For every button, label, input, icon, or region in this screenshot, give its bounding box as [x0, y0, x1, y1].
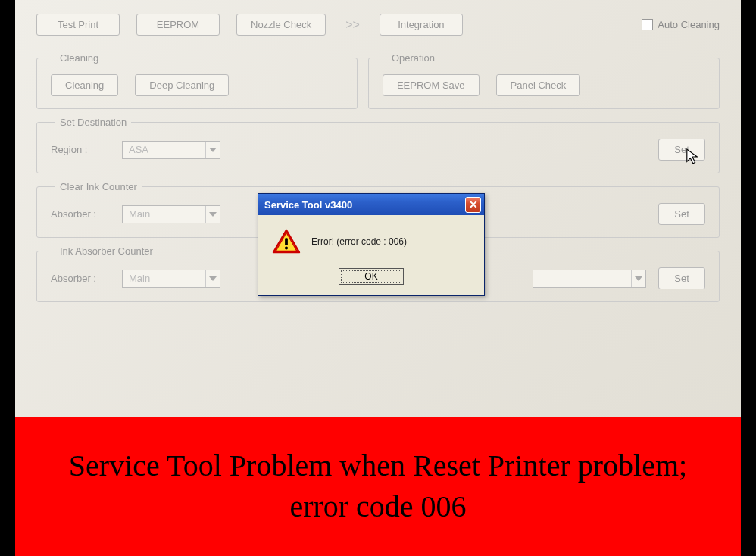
caption-banner: Service Tool Problem when Reset Printer …: [15, 417, 741, 556]
auto-cleaning-checkbox[interactable]: Auto Cleaning: [642, 19, 720, 30]
svg-rect-0: [285, 238, 288, 245]
close-button[interactable]: ✕: [465, 197, 481, 213]
caption-text: Service Tool Problem when Reset Printer …: [38, 445, 718, 527]
operation-group: Operation EEPROM Save Panel Check: [368, 52, 720, 109]
set-destination-button[interactable]: Set: [658, 139, 705, 161]
dialog-titlebar[interactable]: Service Tool v3400 ✕: [258, 194, 484, 215]
integration-button[interactable]: Integration: [380, 14, 463, 36]
cleaning-operation-row: Cleaning Cleaning Deep Cleaning Operatio…: [36, 52, 720, 109]
close-icon: ✕: [469, 199, 478, 210]
chevron-right-icon: >>: [342, 18, 363, 32]
eeprom-button[interactable]: EEPROM: [136, 14, 220, 36]
region-label: Region :: [51, 144, 110, 155]
test-print-button[interactable]: Test Print: [36, 14, 120, 36]
dialog-message: Error! (error code : 006): [311, 236, 407, 247]
panel-check-button[interactable]: Panel Check: [496, 74, 581, 96]
absorber-combobox[interactable]: Main: [122, 205, 220, 223]
ink-absorber-set-button[interactable]: Set: [658, 267, 705, 289]
absorber-label-2: Absorber :: [51, 273, 110, 284]
cleaning-legend: Cleaning: [55, 52, 103, 64]
cleaning-button[interactable]: Cleaning: [51, 74, 118, 96]
region-value: ASA: [129, 144, 148, 155]
chevron-down-icon: [631, 270, 642, 287]
chevron-down-icon: [205, 270, 217, 287]
chevron-down-icon: [205, 142, 217, 158]
deep-cleaning-button[interactable]: Deep Cleaning: [135, 74, 229, 96]
absorber-combobox-2[interactable]: Main: [122, 270, 220, 288]
region-combobox[interactable]: ASA: [122, 141, 220, 159]
eeprom-save-button[interactable]: EEPROM Save: [383, 74, 480, 96]
cleaning-group: Cleaning Cleaning Deep Cleaning: [36, 52, 358, 109]
absorber-label: Absorber :: [51, 208, 110, 220]
blank-combobox[interactable]: [533, 270, 646, 288]
ok-button[interactable]: OK: [339, 268, 404, 285]
dialog-body: Error! (error code : 006) OK: [258, 215, 484, 295]
svg-point-1: [285, 246, 288, 249]
top-toolbar: Test Print EEPROM Nozzle Check >> Integr…: [36, 14, 720, 36]
clear-ink-set-button[interactable]: Set: [658, 203, 705, 225]
dialog-title: Service Tool v3400: [264, 199, 465, 211]
warning-icon: [272, 229, 301, 255]
chevron-down-icon: [205, 206, 217, 223]
error-dialog: Service Tool v3400 ✕ Error! (error code …: [258, 193, 485, 296]
auto-cleaning-label: Auto Cleaning: [658, 19, 720, 30]
nozzle-check-button[interactable]: Nozzle Check: [236, 14, 326, 36]
absorber-value: Main: [129, 208, 150, 220]
clear-ink-legend: Clear Ink Counter: [55, 181, 142, 192]
checkbox-icon: [642, 19, 653, 30]
set-destination-group: Set Destination Region : ASA Set: [36, 117, 720, 173]
absorber-value-2: Main: [129, 273, 150, 284]
ink-absorber-legend: Ink Absorber Counter: [55, 245, 158, 257]
operation-legend: Operation: [387, 52, 439, 64]
set-destination-legend: Set Destination: [55, 117, 131, 128]
